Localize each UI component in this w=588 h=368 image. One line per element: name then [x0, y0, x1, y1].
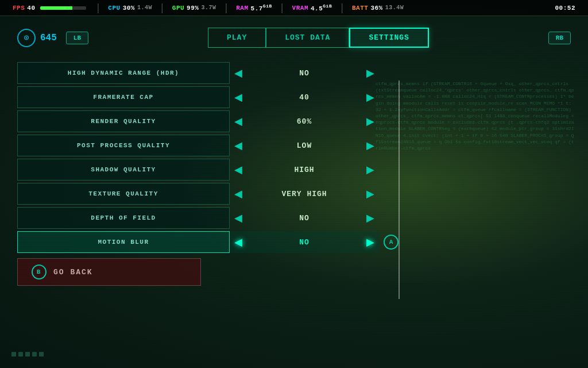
setting-control-motion-blur: ◀ NO ▶ [230, 231, 379, 253]
dof-arrow-right[interactable]: ▶ [362, 212, 379, 224]
setting-control-post-process: ◀ LOW ▶ [230, 135, 379, 156]
batt-label: BATT [352, 5, 368, 12]
gpu-display: GPU 99% 3.7W [167, 5, 222, 12]
texture-arrow-left[interactable]: ◀ [230, 187, 247, 200]
dof-arrow-left[interactable]: ◀ [230, 212, 247, 224]
motion-blur-arrow-left[interactable]: ◀ [230, 236, 247, 248]
setting-label-render: RENDER QUALITY [17, 110, 230, 132]
fps-fill [40, 6, 72, 10]
setting-label-hdr: HIGH DYNAMIC RANGE (HDR) [17, 62, 230, 84]
texture-value: VERY HIGH [247, 190, 362, 198]
settings-container: HIGH DYNAMIC RANGE (HDR) ◀ NO ▶ FRAMERAT… [17, 62, 408, 254]
framerate-arrow-left[interactable]: ◀ [230, 91, 247, 103]
setting-row-post-process: POST PROCESS QUALITY ◀ LOW ▶ [17, 134, 408, 157]
player-score: 645 [40, 33, 57, 43]
gpu-pct: 99% [187, 5, 199, 12]
hdr-value: NO [247, 69, 362, 78]
setting-row-hdr: HIGH DYNAMIC RANGE (HDR) ◀ NO ▶ [17, 62, 408, 85]
setting-control-framerate: ◀ 40 ▶ [230, 86, 379, 108]
b-badge: B [32, 264, 47, 279]
tab-play[interactable]: PLAY [208, 28, 266, 48]
dof-value: NO [247, 214, 362, 223]
setting-control-render: ◀ 60% ▶ [230, 110, 379, 132]
setting-label-framerate: FRAMERATE CAP [17, 86, 230, 108]
hdr-arrow-left[interactable]: ◀ [230, 67, 247, 79]
fps-value: 40 [27, 5, 35, 12]
fps-label: FPS [13, 5, 25, 12]
vram-label: VRAM [292, 5, 308, 12]
sep3: | [223, 2, 229, 14]
go-back-row: B GO BACK [17, 258, 571, 286]
tab-lost-data[interactable]: LOST DATA [266, 28, 349, 48]
hdr-arrow-right[interactable]: ▶ [362, 67, 379, 79]
a-badge: A [384, 235, 399, 250]
framerate-arrow-right[interactable]: ▶ [362, 91, 379, 103]
sep1: | [95, 2, 102, 14]
setting-control-texture: ◀ VERY HIGH ▶ [230, 183, 379, 205]
setting-row-shadow: SHADOW QUALITY ◀ HIGH ▶ [17, 158, 408, 181]
shadow-arrow-left[interactable]: ◀ [230, 163, 247, 176]
cpu-pct: 30% [123, 5, 135, 12]
batt-pct: 36% [370, 5, 382, 12]
clock-value: 00:52 [555, 5, 575, 12]
setting-label-dof: DEPTH OF FIELD [17, 207, 230, 229]
hud-bar: FPS 40 | CPU 30% 1.4W | GPU 99% 3.7W | R… [0, 0, 588, 16]
setting-label-shadow: SHADOW QUALITY [17, 159, 230, 181]
cpu-display: CPU 30% 1.4W [102, 5, 158, 12]
gpu-watt: 3.7W [201, 5, 216, 11]
gpu-label: GPU [172, 5, 184, 12]
texture-arrow-right[interactable]: ▶ [362, 187, 379, 200]
go-back-button[interactable]: B GO BACK [17, 258, 201, 286]
vram-value: 4.5GiB [311, 3, 332, 12]
ram-value: 5.7GiB [251, 3, 272, 12]
rb-button[interactable]: RB [548, 32, 571, 44]
fps-bar [40, 6, 86, 10]
render-arrow-right[interactable]: ▶ [362, 115, 379, 128]
framerate-value: 40 [247, 93, 362, 102]
ram-label: RAM [236, 5, 248, 12]
cpu-label: CPU [108, 5, 120, 12]
batt-display: BATT 36% 13.4W [346, 5, 409, 12]
shadow-arrow-right[interactable]: ▶ [362, 163, 379, 176]
lb-button[interactable]: LB [66, 32, 88, 44]
go-back-label: GO BACK [53, 268, 93, 277]
motion-blur-value: NO [247, 238, 362, 247]
post-process-value: LOW [247, 141, 362, 150]
shadow-value: HIGH [247, 166, 362, 174]
ram-display: RAM 5.7GiB [230, 3, 278, 12]
setting-control-shadow: ◀ HIGH ▶ [230, 159, 379, 181]
render-value: 60% [247, 117, 362, 126]
setting-row-motion-blur: MOTION BLUR ◀ NO ▶ A [17, 231, 408, 254]
clock-display: 00:52 [549, 5, 581, 12]
player-badge: ⊙ 645 [17, 29, 57, 47]
post-process-arrow-right[interactable]: ▶ [362, 139, 379, 152]
main-content: ⊙ 645 LB PLAY LOST DATA SETTINGS RB HIGH… [0, 16, 588, 368]
batt-watt: 13.4W [385, 5, 404, 11]
setting-label-texture: TEXTURE QUALITY [17, 183, 230, 205]
sep5: | [339, 2, 345, 14]
fps-display: FPS 40 [7, 5, 94, 12]
vertical-divider [399, 80, 400, 299]
setting-control-hdr: ◀ NO ▶ [230, 62, 379, 84]
player-icon: ⊙ [17, 29, 36, 47]
setting-label-motion-blur: MOTION BLUR [17, 231, 230, 253]
cpu-watt: 1.4W [137, 5, 152, 11]
motion-blur-arrow-right[interactable]: ▶ [362, 236, 379, 248]
tab-settings[interactable]: SETTINGS [349, 28, 428, 48]
sep2: | [159, 2, 165, 14]
vram-display: VRAM 4.5GiB [287, 3, 338, 12]
setting-row-dof: DEPTH OF FIELD ◀ NO ▶ [17, 206, 408, 229]
setting-control-dof: ◀ NO ▶ [230, 207, 379, 229]
render-arrow-left[interactable]: ◀ [230, 115, 247, 128]
setting-row-render: RENDER QUALITY ◀ 60% ▶ [17, 110, 408, 133]
nav-tabs: PLAY LOST DATA SETTINGS [208, 28, 429, 48]
sep4: | [279, 2, 285, 14]
setting-row-texture: TEXTURE QUALITY ◀ VERY HIGH ▶ [17, 182, 408, 205]
setting-row-framerate: FRAMERATE CAP ◀ 40 ▶ [17, 86, 408, 109]
setting-label-post-process: POST PROCESS QUALITY [17, 135, 230, 156]
nav-bar: ⊙ 645 LB PLAY LOST DATA SETTINGS RB [17, 28, 571, 48]
post-process-arrow-left[interactable]: ◀ [230, 139, 247, 152]
